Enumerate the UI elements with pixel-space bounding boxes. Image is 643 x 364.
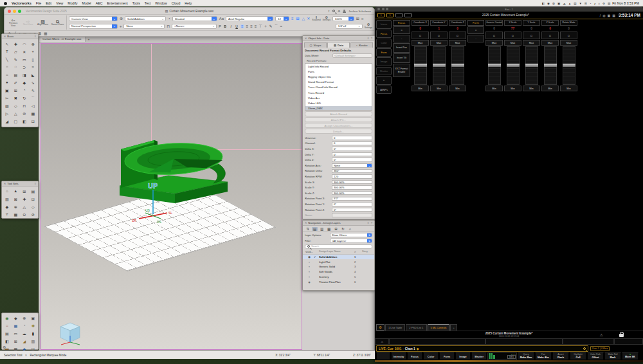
text-clear-icon[interactable]: ✕ — [307, 17, 310, 21]
italic-button[interactable]: I — [229, 24, 233, 28]
status-icon[interactable]: ◔ — [590, 2, 592, 5]
projection-dropdown[interactable]: Normal Perspective⌄ — [69, 24, 118, 29]
field-input[interactable]: 0" — [332, 158, 372, 162]
menu-item-aec[interactable]: AEC — [96, 1, 103, 5]
record-action-button[interactable]: Attach Record — [305, 111, 372, 116]
tool-icon[interactable]: ⇖ — [29, 86, 37, 94]
zoom-window-button[interactable] — [386, 8, 388, 10]
arc-icon[interactable]: ⌒ — [274, 24, 278, 28]
pan-zoom-icon[interactable]: ⌗ — [361, 17, 363, 21]
key-intensity[interactable]: Intensity — [391, 352, 406, 360]
tool-icon[interactable]: ▯ — [29, 55, 37, 63]
palette-titlebar[interactable]: ✕ Basic ≡ — [2, 34, 38, 39]
scale-dropdown[interactable]: 1/4"=1'⌄ — [336, 24, 363, 29]
max-button[interactable]: Max — [449, 40, 466, 46]
viz-tool-icon[interactable]: ⊕ — [20, 314, 28, 322]
home-button[interactable]: ⌂ — [523, 32, 540, 39]
render-mode-dropdown[interactable]: Shaded⌄ — [172, 16, 217, 21]
tool-icon[interactable]: ● — [3, 78, 11, 86]
monitor-1-icon[interactable]: 1 — [377, 13, 385, 17]
align-justify-icon[interactable]: ≡ — [255, 24, 257, 28]
fader-rail[interactable] — [451, 46, 464, 85]
zoom-dropdown[interactable]: 100%⌄ — [332, 16, 354, 21]
leader-line-icon[interactable]: ⊤ — [258, 24, 262, 28]
menu-item-entertainment[interactable]: Entertainment — [107, 1, 127, 5]
category-button[interactable]: AllNPs — [376, 86, 392, 95]
fader-handle[interactable] — [525, 64, 538, 67]
warning-icon[interactable]: ⚠ — [600, 332, 603, 337]
field-input[interactable]: 120 — [332, 174, 372, 179]
menu-item-text[interactable]: Text — [145, 1, 151, 5]
tool-icon[interactable]: △ — [12, 109, 20, 117]
tool-set-icon[interactable]: △ — [20, 203, 28, 210]
working-plane-icon[interactable]: ⌖ — [120, 24, 122, 28]
fader-rail[interactable] — [433, 46, 446, 85]
min-button[interactable]: Min — [485, 86, 503, 91]
tool-icon[interactable]: T — [3, 48, 11, 55]
min-button[interactable]: Min — [430, 86, 448, 91]
softkey-makenull[interactable]: Make NullMark — [604, 352, 621, 360]
max-button[interactable]: Max — [560, 40, 577, 46]
monitor-2-icon[interactable]: 1 — [386, 13, 394, 17]
min-button[interactable]: Min — [541, 86, 559, 91]
tool-set-icon[interactable]: ⊘ — [29, 210, 37, 218]
record-format-item[interactable]: Video Acc — [305, 95, 372, 100]
menu-item-app[interactable]: Vectorworks — [12, 1, 32, 5]
layer-search-input[interactable]: Search — [305, 244, 372, 249]
layer-name[interactable]: Light Plot — [319, 260, 354, 264]
tool-set-icon[interactable]: ▤ — [29, 187, 37, 195]
tool-mode-icon[interactable]: ⊞ — [39, 32, 42, 36]
record-format-item[interactable]: Xform_DMX — [305, 106, 372, 111]
close-icon[interactable]: ✕ — [305, 221, 307, 224]
focus-group-button[interactable]: Invert Pan — [393, 43, 410, 53]
tool-icon[interactable]: ◧ — [20, 117, 28, 125]
3d-viewport[interactable]: UP SR SL US DS — [41, 43, 302, 350]
max-button[interactable]: Max — [523, 40, 540, 46]
globe-icon[interactable]: ⊕ — [120, 17, 123, 21]
references-icon[interactable]: ↻ — [340, 227, 346, 231]
layer-row[interactable]: × Light Plot 2 — [303, 259, 374, 264]
record-action-button[interactable]: Detach... — [305, 129, 372, 134]
name-input[interactable] — [332, 213, 372, 217]
grid-icon[interactable]: ▦ — [612, 14, 615, 17]
gear-icon[interactable]: ⚙ — [3, 345, 6, 349]
view-dropdown[interactable]: Custom View⌄ — [69, 16, 118, 21]
field-input[interactable]: 300.00% — [332, 180, 372, 185]
tool-icon[interactable]: ◢ — [3, 117, 11, 125]
menu-item-view[interactable]: View — [56, 1, 63, 5]
viz-tool-icon[interactable]: ◆ — [12, 314, 20, 322]
search-icon[interactable] — [332, 10, 335, 12]
status-icon[interactable]: ◧ — [542, 2, 545, 5]
text-box-icon[interactable]: ⊞ — [296, 17, 300, 21]
tool-set-icon[interactable]: ▦ — [12, 210, 20, 218]
menu-item-window[interactable]: Window — [155, 1, 167, 5]
tool-icon[interactable]: ◆ — [20, 78, 28, 86]
viz-tool-icon[interactable]: ✚ — [29, 322, 37, 329]
filter-dropdown[interactable]: <All Layers> — [330, 239, 372, 243]
fader-track[interactable] — [523, 46, 540, 85]
align-right-icon[interactable]: ≡ — [250, 24, 253, 28]
home-button[interactable]: ⌂ — [541, 32, 559, 39]
record-format-item[interactable]: Rigging Object Info — [305, 74, 372, 79]
tool-icon[interactable]: ⊞ — [12, 86, 20, 94]
key-image[interactable]: Image — [455, 352, 471, 360]
classes-icon[interactable]: ▦ — [326, 227, 332, 231]
field-input[interactable]: 0" — [332, 202, 372, 206]
category-button[interactable]: Focus — [376, 30, 392, 39]
minimize-window-button[interactable] — [382, 8, 385, 10]
tool-set-icon[interactable]: ▲ — [12, 187, 20, 195]
fader-rail[interactable] — [488, 46, 501, 85]
tool-icon[interactable]: ⌒ — [29, 94, 37, 102]
tool-icon[interactable]: ╲ — [3, 55, 11, 63]
tool-icon[interactable]: ◇ — [12, 102, 20, 109]
tool-set-icon[interactable]: ✚ — [20, 195, 28, 203]
viewports-icon[interactable]: ⊞ — [333, 227, 339, 231]
fader-rail[interactable] — [507, 46, 520, 85]
field-input[interactable]: 0" — [332, 208, 372, 212]
tool-mode-icon[interactable]: ▦ — [44, 32, 47, 36]
category-button[interactable]: Form — [376, 48, 392, 57]
viz-tool-icon[interactable]: ◢ — [20, 337, 28, 345]
close-window-button[interactable] — [377, 8, 380, 10]
tool-icon[interactable]: ◔ — [20, 86, 28, 94]
tab-data[interactable]: ▤Data — [327, 42, 350, 48]
